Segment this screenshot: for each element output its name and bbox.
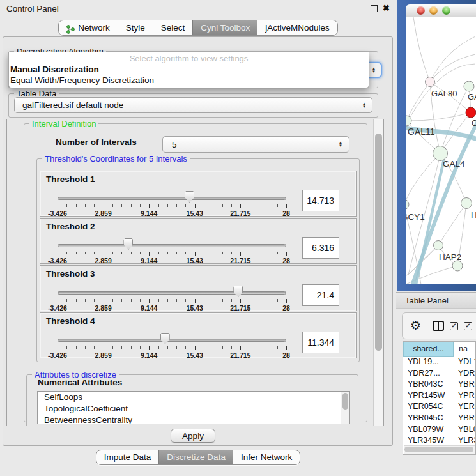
cell-name[interactable]: YER0 [454, 401, 475, 413]
column-header-shared[interactable]: shared... [403, 342, 454, 357]
cell-name[interactable]: YDR2 [454, 368, 475, 380]
slider-tick [231, 299, 232, 302]
table-data-combobox[interactable]: galFiltered.sif default node ▲▼ [14, 97, 372, 113]
tab-cyni-toolbox[interactable]: Cyni Toolbox [192, 20, 257, 35]
cell-name[interactable]: YPR1 [454, 390, 475, 402]
node-top-right[interactable] [464, 81, 474, 91]
popup-item-manual-discretization[interactable]: Manual Discretization [9, 64, 369, 75]
node-left[interactable] [406, 116, 411, 126]
slider-tick [66, 204, 67, 207]
float-window-icon[interactable] [371, 5, 378, 12]
table-hscroll-thumb[interactable] [404, 447, 473, 452]
table-row[interactable]: YDL19...YDL1 [403, 357, 475, 368]
tab-network[interactable]: Network [59, 20, 118, 35]
checkbox-icon-1[interactable]: ✓ [450, 322, 458, 330]
node-bottom[interactable] [452, 261, 463, 271]
node-gcy1[interactable] [406, 199, 409, 210]
checkbox-icon-2[interactable]: ✓ [464, 322, 472, 330]
gear-icon[interactable]: ⚙ [410, 319, 421, 332]
table-row[interactable]: YDR27...YDR2 [403, 368, 475, 380]
table-panel-title: Table Panel [396, 292, 476, 309]
threshold-slider-track[interactable] [58, 291, 286, 295]
node-pink[interactable] [426, 77, 435, 87]
slider-tick [85, 346, 86, 349]
slider-tick [204, 204, 204, 207]
threshold-value-field[interactable]: 6.316 [302, 237, 339, 259]
threshold-slider-handle[interactable] [233, 286, 243, 297]
apply-button[interactable]: Apply [171, 429, 215, 443]
slider-tick-label: -3.426 [48, 210, 67, 217]
slider-tick [204, 252, 204, 254]
slider-tick [250, 299, 250, 302]
attribute-list-item[interactable]: SelfLoops [38, 392, 349, 403]
tab-impute-data[interactable]: Impute Data [96, 450, 159, 464]
close-icon[interactable]: ✖ [383, 4, 390, 12]
node-label-c: C [472, 118, 476, 128]
settings-scrollbar-thumb[interactable] [375, 134, 382, 351]
cell-shared-name[interactable]: YBR043C [403, 379, 454, 390]
cell-shared-name[interactable]: YDL19... [403, 357, 454, 368]
table-row[interactable]: YBR043CYBR0 [403, 379, 475, 390]
cell-shared-name[interactable]: YDR27... [403, 368, 454, 380]
cell-name[interactable]: YBR0 [454, 379, 475, 390]
slider-tick [286, 252, 287, 256]
threshold-slider-handle[interactable] [160, 333, 170, 344]
cell-name[interactable]: YBL0 [454, 424, 475, 436]
cell-shared-name[interactable]: YBL079W [403, 424, 454, 436]
minimize-traffic-light[interactable] [429, 6, 438, 15]
threshold-slider-track[interactable] [58, 339, 286, 342]
slider-tick-label: 28 [282, 304, 290, 312]
cell-name[interactable]: YDL1 [454, 357, 475, 368]
node-right[interactable] [461, 198, 472, 209]
table-row[interactable]: YBL079WYBL0 [403, 424, 475, 436]
cell-shared-name[interactable]: YBR045C [403, 413, 454, 424]
threshold-slider-handle[interactable] [185, 191, 194, 203]
tab-jactivemnodules[interactable]: jActiveMNodules [257, 20, 337, 35]
numerical-attributes-list[interactable]: SelfLoopsTopologicalCoefficientBetweenne… [37, 391, 350, 424]
slider-tick [158, 299, 159, 302]
threshold-value-field[interactable]: 21.4 [302, 284, 339, 306]
popup-item-equal-width[interactable]: Equal Width/Frequency Discretization [9, 75, 369, 86]
slider-tick [277, 204, 278, 207]
interval-definition-label: Interval Definition [29, 119, 98, 128]
threshold-slider-handle[interactable] [123, 238, 133, 250]
network-window-titlebar[interactable] [406, 4, 476, 18]
table-row[interactable]: YPR145WYPR1 [403, 390, 475, 402]
cell-shared-name[interactable]: YPR145W [403, 390, 454, 402]
slider-tick-label: 21.715 [230, 351, 250, 359]
close-traffic-light[interactable] [417, 6, 425, 15]
table-row[interactable]: YLR345WYLR3 [403, 435, 475, 446]
threshold-slider-track[interactable] [58, 244, 286, 247]
attribute-list-item[interactable]: TopologicalCoefficient [38, 403, 349, 415]
settings-vertical-scrollbar[interactable] [373, 119, 384, 426]
cell-name[interactable]: YLR3 [454, 435, 475, 446]
network-canvas[interactable]: GAL80GAGAL11CGAL4GCY1HHAP2 [406, 17, 476, 284]
column-header-name[interactable]: na [454, 342, 475, 357]
node-red[interactable] [466, 107, 476, 118]
threshold-slider-track[interactable] [58, 197, 286, 200]
split-columns-icon[interactable] [433, 321, 444, 331]
zoom-traffic-light[interactable] [442, 6, 450, 15]
table-row[interactable]: YER054CYER0 [403, 401, 475, 413]
slider-tick [140, 252, 141, 254]
cell-shared-name[interactable]: YLR345W [403, 435, 454, 446]
table-row[interactable]: YBR045CYBR0 [403, 413, 475, 424]
slider-tick [195, 252, 196, 256]
slider-tick [167, 346, 168, 349]
tab-discretize-data[interactable]: Discretize Data [158, 450, 233, 464]
tab-style[interactable]: Style [118, 20, 153, 35]
slider-tick [85, 204, 86, 207]
node-label-gal80: GAL80 [431, 89, 457, 98]
attributes-scrollbar[interactable] [341, 392, 349, 424]
node-hap2[interactable] [434, 241, 443, 250]
attribute-list-item[interactable]: BetweennessCentrality [38, 415, 349, 424]
cell-shared-name[interactable]: YER054C [403, 401, 454, 413]
tab-select[interactable]: Select [153, 20, 193, 35]
number-of-intervals-spinner[interactable]: 5 ▲▼ [162, 136, 349, 153]
slider-tick [94, 346, 95, 349]
tab-infer-network[interactable]: Infer Network [233, 450, 300, 464]
threshold-value-field[interactable]: 11.344 [302, 332, 339, 353]
threshold-value-field[interactable]: 14.713 [302, 190, 339, 211]
table-horizontal-scrollbar[interactable] [404, 445, 475, 454]
cell-name[interactable]: YBR0 [454, 413, 475, 424]
